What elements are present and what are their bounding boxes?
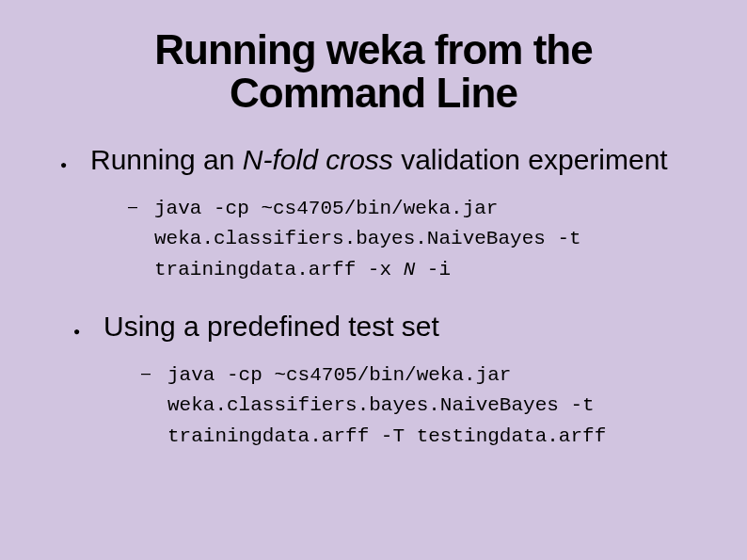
bullet-list: Running an N-fold cross validation exper… <box>56 143 691 452</box>
slide-title: Running weka from the Command Line <box>56 28 691 115</box>
bullet-1-italic: N-fold cross <box>243 144 401 175</box>
code1-line3b: -i <box>415 259 451 280</box>
sub-list-2: java -cp ~cs4705/bin/weka.jar weka.class… <box>141 360 691 453</box>
code1-line3a: trainingdata.arff -x <box>154 259 404 280</box>
code1-line3-n: N <box>404 259 416 280</box>
bullet-item-2: Using a predefined test set java -cp ~cs… <box>70 310 691 452</box>
code2-line2: weka.classifiers.bayes.NaiveBayes -t <box>167 394 595 416</box>
code1-line1: java -cp ~cs4705/bin/weka.jar <box>154 198 498 219</box>
title-line-2: Command Line <box>230 70 517 116</box>
bullet-1-post: validation experiment <box>401 144 668 175</box>
sub-list-1: java -cp ~cs4705/bin/weka.jar weka.class… <box>128 194 691 286</box>
bullet-1-text: Running an N-fold cross validation exper… <box>90 144 668 175</box>
title-line-1: Running weka from the <box>154 26 592 72</box>
code2-line3: trainingdata.arff -T testingdata.arff <box>167 425 606 447</box>
bullet-1-pre: Running an <box>90 144 243 175</box>
code1-line2: weka.classifiers.bayes.NaiveBayes -t <box>154 228 581 249</box>
bullet-item-1: Running an N-fold cross validation exper… <box>56 143 691 285</box>
code-block-2: java -cp ~cs4705/bin/weka.jar weka.class… <box>141 360 691 453</box>
bullet-2-text: Using a predefined test set <box>103 311 439 342</box>
code-block-1: java -cp ~cs4705/bin/weka.jar weka.class… <box>128 194 691 286</box>
slide: Running weka from the Command Line Runni… <box>0 0 747 560</box>
code2-line1: java -cp ~cs4705/bin/weka.jar <box>167 364 511 386</box>
